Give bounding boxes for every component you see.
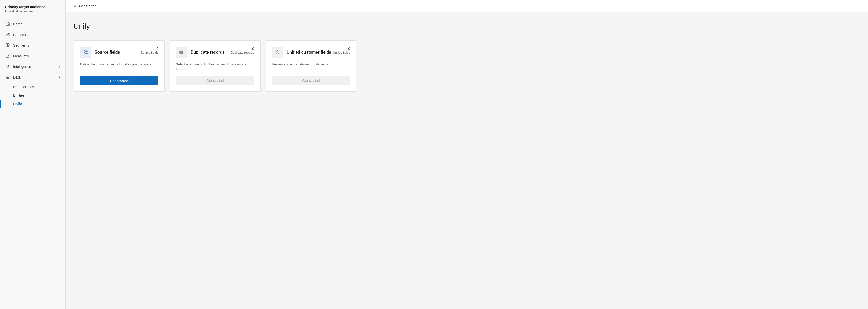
svg-point-11 bbox=[86, 51, 87, 52]
card-icon-source-fields bbox=[80, 47, 91, 58]
sidebar-header-subtitle: Individual consumers bbox=[5, 9, 45, 13]
home-icon bbox=[5, 22, 10, 27]
card-count-duplicate-records: 0 bbox=[231, 47, 254, 51]
sidebar-item-label-measures: Measures bbox=[13, 54, 60, 58]
sidebar-sub-item-data-sources[interactable]: Data sources bbox=[0, 83, 65, 91]
data-icon bbox=[5, 74, 10, 80]
card-count-box-duplicate-records: 0Duplicate records bbox=[231, 47, 254, 54]
sidebar-item-label-home: Home bbox=[13, 22, 60, 26]
sidebar-item-data[interactable]: Data∧ bbox=[0, 72, 65, 83]
measures-icon bbox=[5, 53, 10, 59]
card-header-left-unified-customer-fields: Unified customer fields bbox=[272, 47, 331, 58]
svg-point-1 bbox=[8, 33, 9, 34]
cards-row: Source fields0Source fieldsDefine the cu… bbox=[74, 40, 860, 92]
chevron-intelligence-icon: ∨ bbox=[58, 65, 60, 68]
card-description-unified-customer-fields: Review and edit customer profile fields bbox=[272, 62, 350, 67]
card-header-left-source-fields: Source fields bbox=[80, 47, 120, 58]
sidebar-item-customers[interactable]: Customers bbox=[0, 30, 65, 40]
card-title-source-fields: Source fields bbox=[95, 50, 120, 55]
sidebar-item-label-data: Data bbox=[13, 75, 55, 79]
intelligence-icon bbox=[5, 64, 10, 69]
sidebar-item-measures[interactable]: Measures bbox=[0, 51, 65, 61]
sidebar-item-label-customers: Customers bbox=[13, 33, 60, 37]
card-icon-duplicate-records bbox=[176, 47, 187, 58]
svg-point-13 bbox=[86, 53, 87, 54]
chevron-right-icon: › bbox=[59, 5, 60, 9]
card-count-box-source-fields: 0Source fields bbox=[141, 47, 158, 54]
sidebar-header-text: Primary target audience Individual consu… bbox=[5, 4, 45, 13]
svg-point-9 bbox=[6, 75, 9, 76]
sidebar-item-intelligence[interactable]: Intelligence∨ bbox=[0, 61, 65, 72]
card-count-unified-customer-fields: 0 bbox=[333, 47, 350, 51]
card-title-duplicate-records: Duplicate records bbox=[191, 50, 225, 55]
card-button-source-fields[interactable]: Get started bbox=[80, 76, 158, 85]
svg-point-12 bbox=[84, 53, 85, 54]
card-footer-unified-customer-fields: Get started bbox=[272, 76, 350, 85]
sidebar-sub-item-unify[interactable]: Unify bbox=[0, 100, 65, 108]
edit-icon: ✏ bbox=[74, 3, 77, 8]
card-icon-unified-customer-fields bbox=[272, 47, 283, 58]
main-content-area: ✏ Get started Unify Source fields0Source… bbox=[66, 0, 868, 309]
sidebar: Primary target audience Individual consu… bbox=[0, 0, 66, 309]
card-count-source-fields: 0 bbox=[141, 47, 158, 51]
card-header-unified-customer-fields: Unified customer fields0Unified fields bbox=[272, 47, 350, 58]
card-duplicate-records: Duplicate records0Duplicate recordsSelec… bbox=[170, 40, 260, 92]
card-title-unified-customer-fields: Unified customer fields bbox=[286, 50, 331, 55]
breadcrumb-title: Get started bbox=[79, 4, 96, 8]
sidebar-item-home[interactable]: Home bbox=[0, 19, 65, 30]
card-button-unified-customer-fields: Get started bbox=[272, 76, 350, 85]
card-description-duplicate-records: Select which record to keep when duplica… bbox=[176, 62, 254, 72]
svg-rect-19 bbox=[180, 52, 183, 53]
svg-point-5 bbox=[6, 65, 8, 67]
card-footer-duplicate-records: Get started bbox=[176, 76, 254, 85]
card-count-label-source-fields: Source fields bbox=[141, 51, 158, 54]
card-header-duplicate-records: Duplicate records0Duplicate records bbox=[176, 47, 254, 58]
card-count-label-unified-customer-fields: Unified fields bbox=[333, 51, 350, 54]
sidebar-header-title: Primary target audience bbox=[5, 4, 45, 9]
card-button-duplicate-records: Get started bbox=[176, 76, 254, 85]
sidebar-item-label-intelligence: Intelligence bbox=[13, 65, 55, 69]
main-content: Unify Source fields0Source fieldsDefine … bbox=[66, 12, 868, 309]
chevron-data-icon: ∧ bbox=[58, 75, 60, 79]
card-source-fields: Source fields0Source fieldsDefine the cu… bbox=[74, 40, 165, 92]
segments-icon bbox=[5, 43, 10, 48]
sidebar-header[interactable]: Primary target audience Individual consu… bbox=[0, 0, 65, 17]
card-description-source-fields: Define the customer fields found in your… bbox=[80, 62, 158, 67]
card-header-left-duplicate-records: Duplicate records bbox=[176, 47, 225, 58]
page-title: Unify bbox=[74, 22, 860, 30]
card-header-source-fields: Source fields0Source fields bbox=[80, 47, 158, 58]
card-count-box-unified-customer-fields: 0Unified fields bbox=[333, 47, 350, 54]
sidebar-item-label-segments: Segments bbox=[13, 43, 60, 48]
sidebar-sub-item-entities[interactable]: Entities bbox=[0, 91, 65, 100]
card-footer-source-fields: Get started bbox=[80, 76, 158, 85]
customers-icon bbox=[5, 32, 10, 38]
svg-point-10 bbox=[84, 51, 85, 52]
card-unified-customer-fields: Unified customer fields0Unified fieldsRe… bbox=[266, 40, 356, 92]
main-header: ✏ Get started bbox=[66, 0, 868, 12]
sidebar-nav: Home Customers Segments Measures Intelli… bbox=[0, 17, 65, 309]
card-count-label-duplicate-records: Duplicate records bbox=[231, 51, 254, 54]
svg-point-20 bbox=[277, 51, 278, 52]
sidebar-item-segments[interactable]: Segments bbox=[0, 40, 65, 51]
svg-point-0 bbox=[7, 33, 8, 34]
